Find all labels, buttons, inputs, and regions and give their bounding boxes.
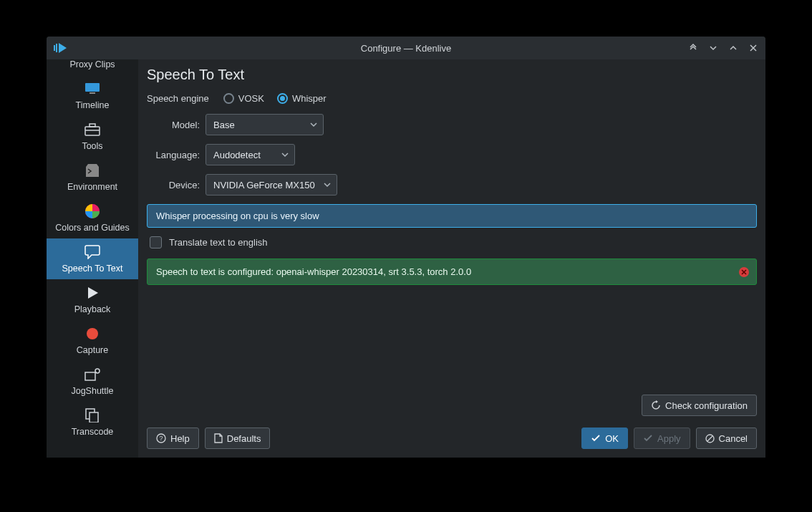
language-row: Language: Audodetect <box>148 144 757 165</box>
info-banner: Whisper processing on cpu is very slow <box>147 204 757 228</box>
settings-panel: Speech To Text Speech engine VOSK Whispe… <box>138 59 765 458</box>
radio-vosk-label: VOSK <box>238 93 264 104</box>
sidebar-item-label: Proxy Clips <box>69 59 115 69</box>
help-icon: ? <box>156 433 166 443</box>
dialog-button-bar: ? Help Defaults <box>147 422 757 449</box>
device-row: Device: NVIDIA GeForce MX150 <box>148 174 757 195</box>
sidebar-item-colors-guides[interactable]: Colors and Guides <box>47 198 138 238</box>
model-value: Base <box>213 120 235 130</box>
translate-label: Translate text to english <box>169 237 268 248</box>
sidebar-item-capture[interactable]: Capture <box>47 320 138 361</box>
cancel-icon <box>705 434 715 443</box>
svg-point-10 <box>87 328 98 339</box>
monitor-icon <box>83 79 102 98</box>
play-icon <box>83 284 102 302</box>
terminal-icon <box>83 161 102 180</box>
jogshuttle-icon <box>83 365 102 384</box>
sidebar-item-tools[interactable]: Tools <box>47 116 138 157</box>
info-banner-text: Whisper processing on cpu is very slow <box>156 211 319 221</box>
language-label: Language: <box>148 150 206 160</box>
svg-marker-9 <box>88 287 98 299</box>
svg-rect-0 <box>54 45 55 51</box>
sidebar-item-label: Environment <box>67 182 117 192</box>
status-close-icon[interactable] <box>739 267 749 277</box>
briefcase-icon <box>83 120 102 139</box>
help-label: Help <box>170 433 190 444</box>
speech-engine-row: Speech engine VOSK Whisper <box>147 93 757 104</box>
help-button[interactable]: ? Help <box>147 428 199 449</box>
sidebar-item-label: Speech To Text <box>62 264 122 274</box>
svg-rect-11 <box>85 372 95 380</box>
svg-rect-15 <box>90 412 98 422</box>
check-icon <box>591 434 601 443</box>
sidebar-item-label: JogShuttle <box>71 386 113 396</box>
model-select[interactable]: Base <box>206 114 324 135</box>
form-area: Speech engine VOSK Whisper Model: Base <box>147 93 757 449</box>
cancel-button[interactable]: Cancel <box>696 428 757 449</box>
page-title: Speech To Text <box>147 67 757 83</box>
maximize-icon[interactable] <box>727 42 740 54</box>
app-icon <box>54 43 68 53</box>
sidebar-item-environment[interactable]: Environment <box>47 157 138 198</box>
sidebar-item-proxy-clips[interactable]: Proxy Clips <box>47 59 138 75</box>
record-icon <box>83 324 102 343</box>
device-select[interactable]: NVIDIA GeForce MX150 <box>206 174 337 195</box>
language-select[interactable]: Audodetect <box>206 144 295 165</box>
check-icon <box>643 434 653 443</box>
ok-button[interactable]: OK <box>581 428 628 449</box>
svg-rect-4 <box>90 92 95 94</box>
apply-button[interactable]: Apply <box>634 428 690 449</box>
sidebar-item-label: Colors and Guides <box>55 223 130 233</box>
titlebar[interactable]: Configure — Kdenlive <box>47 37 765 59</box>
radio-whisper[interactable]: Whisper <box>277 93 327 104</box>
device-label: Device: <box>148 180 206 190</box>
radio-whisper-label: Whisper <box>292 93 327 104</box>
defaults-label: Defaults <box>227 433 261 444</box>
chevron-down-icon <box>281 152 289 158</box>
sidebar-item-label: Transcode <box>72 427 114 437</box>
sidebar-item-transcode[interactable]: Transcode <box>47 402 138 443</box>
svg-rect-3 <box>85 83 100 92</box>
svg-marker-2 <box>59 43 67 53</box>
sidebar-item-label: Playback <box>74 304 111 314</box>
svg-line-19 <box>707 435 712 441</box>
translate-checkbox[interactable] <box>150 236 162 248</box>
svg-rect-6 <box>90 124 95 127</box>
refresh-icon <box>651 400 661 410</box>
sidebar-item-jogshuttle[interactable]: JogShuttle <box>47 361 138 402</box>
defaults-button[interactable]: Defaults <box>205 428 271 449</box>
window-title: Configure — Kdenlive <box>47 43 765 54</box>
translate-row: Translate text to english <box>147 236 757 248</box>
engine-label: Speech engine <box>147 93 209 104</box>
svg-text:?: ? <box>159 435 163 442</box>
radio-vosk[interactable]: VOSK <box>223 93 264 104</box>
model-label: Model: <box>148 120 206 130</box>
cancel-label: Cancel <box>719 433 748 444</box>
speech-bubble-icon <box>83 243 102 261</box>
language-value: Audodetect <box>213 150 261 160</box>
sidebar-item-speech-to-text[interactable]: Speech To Text <box>47 238 138 279</box>
sidebar-item-label: Tools <box>82 141 102 151</box>
close-icon[interactable] <box>747 42 760 54</box>
copy-icon <box>83 406 102 425</box>
sidebar-item-timeline[interactable]: Timeline <box>47 75 138 116</box>
sidebar-item-label: Timeline <box>76 100 110 110</box>
device-value: NVIDIA GeForce MX150 <box>213 180 315 190</box>
minimize-icon[interactable] <box>707 42 720 54</box>
chevron-down-icon <box>310 122 317 127</box>
configure-window: Configure — Kdenlive Proxy Clips <box>47 37 765 458</box>
ok-label: OK <box>605 433 619 444</box>
sidebar: Proxy Clips Timeline Tools Environment <box>47 59 138 458</box>
sidebar-item-label: Capture <box>77 345 108 355</box>
check-configuration-button[interactable]: Check configuration <box>642 395 757 416</box>
status-text: Speech to text is configured: openai-whi… <box>156 266 471 277</box>
svg-rect-5 <box>85 127 100 135</box>
document-icon <box>214 433 223 443</box>
status-banner: Speech to text is configured: openai-whi… <box>147 259 757 285</box>
color-wheel-icon <box>83 202 102 221</box>
model-row: Model: Base <box>148 114 757 135</box>
svg-rect-1 <box>56 44 57 52</box>
shade-up-icon[interactable] <box>687 42 700 54</box>
sidebar-item-playback[interactable]: Playback <box>47 279 138 320</box>
check-configuration-label: Check configuration <box>665 400 748 411</box>
